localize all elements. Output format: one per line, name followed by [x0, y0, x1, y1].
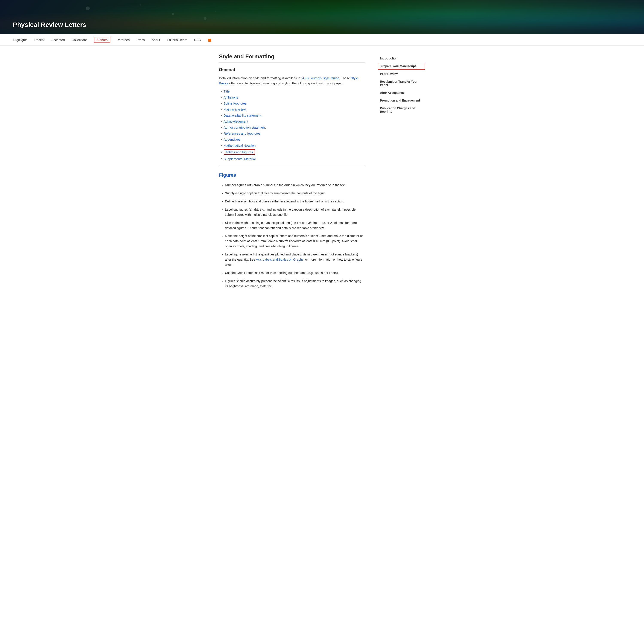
sidebar-link-peer-review[interactable]: Peer Review	[378, 70, 425, 77]
sidebar-item-introduction: Introduction	[378, 55, 425, 62]
link-data-availability[interactable]: Data availability statement	[224, 114, 261, 117]
nav-recent[interactable]: Recent	[34, 37, 45, 43]
link-author-contribution[interactable]: Author contribution statement	[224, 126, 266, 129]
link-byline-footnotes[interactable]: Byline footnotes	[224, 102, 247, 105]
intro-text-1: Detailed information on style and format…	[219, 76, 302, 80]
sidebar-link-introduction[interactable]: Introduction	[378, 55, 425, 62]
figures-section: Figures Number figures with arabic numbe…	[219, 166, 365, 289]
link-mathematical-notation[interactable]: Mathematical Notation	[224, 144, 256, 147]
section-links-list: Title Affiliations Byline footnotes Main…	[221, 89, 365, 161]
sidebar-nav: Introduction Prepare Your Manuscript Pee…	[378, 55, 425, 115]
sidebar-item-after-acceptance: After Acceptance	[378, 89, 425, 96]
nav-referees[interactable]: Referees	[116, 37, 130, 43]
sidebar-item-resubmit: Resubmit or Transfer Your Paper	[378, 78, 425, 88]
link-main-article-text[interactable]: Main article text	[224, 108, 246, 111]
nav-authors[interactable]: Authors	[94, 37, 110, 43]
link-affiliations[interactable]: Affiliations	[224, 96, 238, 99]
title-divider	[219, 62, 365, 62]
nav-press[interactable]: Press	[136, 37, 145, 43]
figures-heading: Figures	[219, 172, 365, 178]
figure-item-8: Use the Greek letter itself rather than …	[225, 270, 365, 276]
sidebar-item-publication-charges: Publication Charges and Reprints	[378, 105, 425, 115]
main-content: Style and Formatting General Detailed in…	[219, 53, 365, 292]
nav-accepted[interactable]: Accepted	[51, 37, 65, 43]
main-nav: Highlights Recent Accepted Collections A…	[0, 34, 644, 46]
list-item-references: References and footnotes	[221, 131, 365, 135]
list-item-tables-figures: Tables and Figures	[221, 149, 365, 155]
figure-item-4: Label subfigures (a), (b), etc., and inc…	[225, 207, 365, 217]
page-title: Style and Formatting	[219, 53, 365, 60]
general-heading: General	[219, 67, 365, 72]
sidebar-item-prepare-manuscript: Prepare Your Manuscript	[378, 63, 425, 70]
sidebar-item-peer-review: Peer Review	[378, 70, 425, 77]
sidebar-link-after-acceptance[interactable]: After Acceptance	[378, 89, 425, 96]
link-references-footnotes[interactable]: References and footnotes	[224, 132, 261, 135]
intro-paragraph: Detailed information on style and format…	[219, 76, 365, 86]
list-item-affiliations: Affiliations	[221, 95, 365, 99]
link-title[interactable]: Title	[224, 90, 230, 93]
list-item-appendixes: Appendixes	[221, 137, 365, 141]
intro-text-2: . These	[339, 76, 351, 80]
sidebar: Introduction Prepare Your Manuscript Pee…	[378, 53, 425, 292]
list-item-title: Title	[221, 89, 365, 93]
banner-title: Physical Review Letters	[13, 21, 86, 28]
banner: Physical Review Letters	[0, 0, 644, 34]
nav-collections[interactable]: Collections	[71, 37, 88, 43]
list-item-data-availability: Data availability statement	[221, 113, 365, 117]
sidebar-link-resubmit[interactable]: Resubmit or Transfer Your Paper	[378, 78, 425, 88]
figure-item-9: Figures should accurately present the sc…	[225, 279, 365, 289]
rss-icon	[208, 39, 211, 42]
link-tables-figures[interactable]: Tables and Figures	[224, 149, 255, 155]
nav-about[interactable]: About	[151, 37, 160, 43]
link-acknowledgment[interactable]: Acknowledgment	[224, 120, 248, 123]
intro-text-3: offer essential tips on formatting and s…	[228, 81, 343, 85]
sidebar-item-promotion: Promotion and Engagement	[378, 97, 425, 104]
list-item-supplemental: Supplemental Material	[221, 157, 365, 161]
page-body: Style and Formatting General Detailed in…	[206, 46, 438, 301]
figure-item-5: Size to the width of a single manuscript…	[225, 220, 365, 231]
axis-labels-link[interactable]: Axis Labels and Scales on Graphs	[256, 258, 304, 261]
figures-list: Number figures with arabic numbers in th…	[225, 183, 365, 289]
link-appendixes[interactable]: Appendixes	[224, 138, 240, 141]
list-item-acknowledgment: Acknowledgment	[221, 119, 365, 123]
figure-item-1: Number figures with arabic numbers in th…	[225, 183, 365, 188]
list-item-author-contribution: Author contribution statement	[221, 125, 365, 129]
figure-item-7: Label figure axes with the quantities pl…	[225, 252, 365, 267]
list-item-math-notation: Mathematical Notation	[221, 143, 365, 147]
link-supplemental-material[interactable]: Supplemental Material	[224, 157, 256, 161]
aps-style-guide-link[interactable]: APS Journals Style Guide	[302, 76, 339, 80]
sidebar-link-publication-charges[interactable]: Publication Charges and Reprints	[378, 105, 425, 115]
sidebar-link-prepare-manuscript[interactable]: Prepare Your Manuscript	[378, 63, 425, 70]
figure-item-3: Define figure symbols and curves either …	[225, 199, 365, 204]
list-item-byline: Byline footnotes	[221, 101, 365, 105]
figure-item-6: Make the height of the smallest capital …	[225, 234, 365, 249]
nav-highlights[interactable]: Highlights	[13, 37, 28, 43]
nav-rss[interactable]: RSS	[194, 37, 201, 43]
banner-particles	[0, 0, 644, 34]
sidebar-link-promotion[interactable]: Promotion and Engagement	[378, 97, 425, 104]
list-item-main-article: Main article text	[221, 107, 365, 111]
nav-editorial-team[interactable]: Editorial Team	[166, 37, 188, 43]
figure-item-2: Supply a single caption that clearly sum…	[225, 191, 365, 196]
